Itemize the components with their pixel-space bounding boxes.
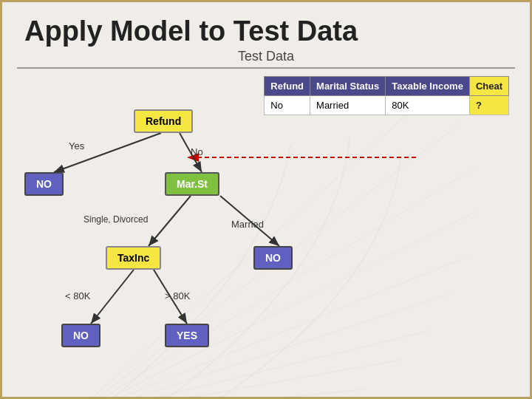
label-single-divorced: Single, Divorced [83,214,148,225]
node-marst: Mar.St [165,172,219,196]
node-taxinc: TaxInc [106,246,161,270]
label-married: Married [231,219,264,230]
svg-line-18 [91,270,134,324]
svg-line-14 [54,133,161,172]
slide-title: Apply Model to Test Data [2,2,530,47]
node-no-leaf2: NO [253,246,293,270]
cell-cheat: ? [469,96,508,115]
table-header-cheat: Cheat [469,77,508,96]
label-no: No [191,146,203,157]
node-yes-leaf: YES [165,324,209,347]
label-yes: Yes [69,140,84,151]
label-gt80k: > 80K [165,290,190,301]
svg-line-16 [149,196,191,246]
slide: Apply Model to Test Data Test Data Refun… [0,0,532,399]
svg-line-8 [69,389,364,399]
table-header-marital: Marital Status [310,77,386,96]
node-no-leaf1: NO [24,172,64,196]
tree-area: Refund Yes No NO Mar.St Single, Divorced… [24,109,438,375]
table-header-refund: Refund [265,77,310,96]
node-no-leaf3: NO [61,324,100,347]
label-lt80k: < 80K [65,290,90,301]
table-header-taxable: Taxable Income [386,77,470,96]
node-refund: Refund [134,109,193,133]
